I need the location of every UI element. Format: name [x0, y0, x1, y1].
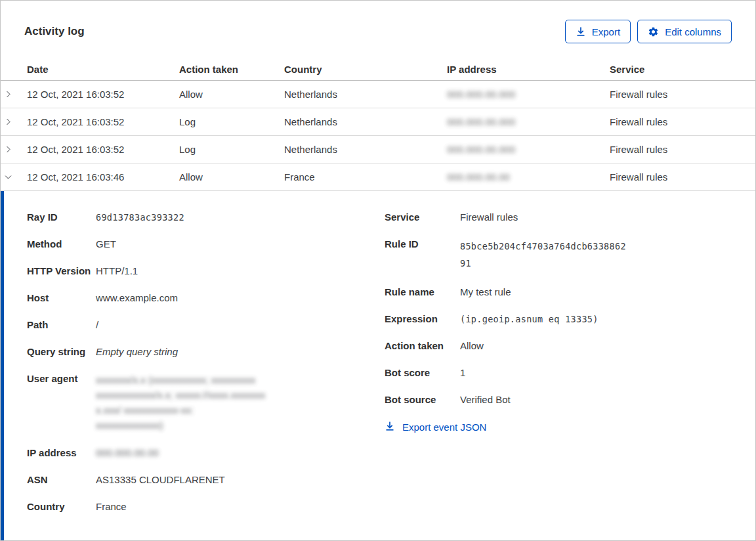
- detail-item-rule-name: Rule name My test rule: [385, 286, 732, 299]
- detail-item-query-string: Query string Empty query string: [27, 345, 385, 358]
- detail-value: France: [96, 500, 127, 513]
- detail-value: 69d13783ac393322: [96, 211, 184, 224]
- column-header-date: Date: [24, 64, 177, 75]
- detail-value: GET: [96, 238, 116, 251]
- gear-icon: [648, 26, 659, 37]
- detail-item-action-taken: Action taken Allow: [385, 339, 732, 353]
- topbar-actions: Export Edit columns: [565, 20, 732, 43]
- detail-item-http-version: HTTP Version HTTP/1.1: [27, 265, 385, 278]
- detail-item-bot-source: Bot source Verified Bot: [385, 393, 732, 406]
- detail-value-redacted: xxxxxxx/x.x (xxxxxxxxxxx; xxxxxxxxx xxxx…: [96, 372, 265, 433]
- detail-value: My test rule: [460, 286, 511, 299]
- detail-item-ray-id: Ray ID 69d13783ac393322: [27, 211, 385, 224]
- export-event-json-link[interactable]: Export event JSON: [385, 421, 486, 433]
- detail-label: ASN: [27, 473, 96, 487]
- topbar: Activity log Export Edit columns: [1, 1, 755, 58]
- expand-row-button[interactable]: [1, 144, 24, 154]
- detail-label: Rule name: [385, 286, 460, 299]
- detail-value: 85bce5b204cf4703a764dcb633886291: [460, 238, 629, 272]
- detail-label: IP address: [27, 446, 96, 460]
- column-header-ip-address: IP address: [444, 64, 607, 75]
- expand-row-button[interactable]: [1, 89, 24, 99]
- chevron-right-icon: [3, 144, 13, 154]
- detail-label: Method: [27, 238, 96, 251]
- detail-label: Path: [27, 318, 96, 332]
- detail-label: User agent: [27, 372, 96, 433]
- download-icon: [385, 421, 395, 433]
- column-header-country: Country: [282, 64, 444, 75]
- detail-value: Allow: [460, 339, 484, 353]
- detail-label: Service: [385, 211, 460, 224]
- detail-label: HTTP Version: [27, 265, 96, 278]
- event-detail-panel: Ray ID 69d13783ac393322 Method GET HTTP …: [1, 191, 755, 540]
- cell-action-taken: Allow: [177, 89, 282, 100]
- edit-columns-button-label: Edit columns: [665, 26, 721, 37]
- download-icon: [576, 26, 586, 37]
- edit-columns-button[interactable]: Edit columns: [637, 20, 732, 43]
- detail-label: Rule ID: [385, 238, 460, 272]
- table-row[interactable]: 12 Oct, 2021 16:03:52 Log Netherlands 00…: [1, 108, 755, 136]
- cell-country: Netherlands: [282, 89, 444, 100]
- table-row[interactable]: 12 Oct, 2021 16:03:52 Log Netherlands 00…: [1, 136, 755, 163]
- cell-service: Firewall rules: [607, 144, 755, 155]
- detail-item-rule-id: Rule ID 85bce5b204cf4703a764dcb633886291: [385, 238, 732, 272]
- detail-item-host: Host www.example.com: [27, 292, 385, 305]
- detail-label: Action taken: [385, 339, 460, 353]
- activity-log-panel: Activity log Export Edit columns: [0, 0, 756, 541]
- table-header: Date Action taken Country IP address Ser…: [1, 58, 755, 81]
- detail-item-service: Service Firewall rules: [385, 211, 732, 224]
- detail-label: Ray ID: [27, 211, 96, 224]
- cell-date: 12 Oct, 2021 16:03:52: [24, 144, 177, 155]
- cell-country: Netherlands: [282, 116, 444, 127]
- detail-value: Empty query string: [96, 345, 178, 358]
- detail-label: Host: [27, 292, 96, 305]
- cell-service: Firewall rules: [607, 89, 755, 100]
- detail-value: 1: [460, 366, 465, 379]
- cell-ip-address-redacted: 000.000.00.00: [447, 171, 510, 183]
- detail-value: www.example.com: [96, 292, 178, 305]
- detail-item-ip-address: IP address 000.000.00.00: [27, 446, 385, 460]
- cell-ip-address-redacted: 000.000.00.000: [447, 144, 515, 155]
- export-button-label: Export: [592, 26, 620, 37]
- detail-label: Expression: [385, 313, 460, 326]
- chevron-right-icon: [3, 117, 13, 127]
- detail-value: Firewall rules: [460, 211, 518, 224]
- cell-country: Netherlands: [282, 144, 444, 155]
- detail-item-country: Country France: [27, 500, 385, 513]
- cell-ip-address-redacted: 000.000.00.000: [447, 116, 515, 127]
- table-row-expanded[interactable]: 12 Oct, 2021 16:03:46 Allow France 000.0…: [1, 163, 755, 191]
- detail-label: Query string: [27, 345, 96, 358]
- detail-item-bot-score: Bot score 1: [385, 366, 732, 379]
- cell-service: Firewall rules: [607, 171, 755, 183]
- expand-row-button[interactable]: [1, 117, 24, 127]
- export-button[interactable]: Export: [565, 20, 631, 43]
- cell-date: 12 Oct, 2021 16:03:52: [24, 89, 177, 100]
- cell-ip-address-redacted: 000.000.00.000: [447, 89, 515, 100]
- column-header-service: Service: [607, 64, 755, 75]
- detail-item-user-agent: User agent xxxxxxx/x.x (xxxxxxxxxxx; xxx…: [27, 372, 385, 433]
- detail-label: Bot score: [385, 366, 460, 379]
- column-header-action-taken: Action taken: [177, 64, 282, 75]
- detail-column-left: Ray ID 69d13783ac393322 Method GET HTTP …: [27, 211, 385, 540]
- detail-column-right: Service Firewall rules Rule ID 85bce5b20…: [385, 211, 732, 540]
- cell-date: 12 Oct, 2021 16:03:52: [24, 116, 177, 127]
- page-title: Activity log: [24, 25, 85, 38]
- cell-service: Firewall rules: [607, 116, 755, 127]
- chevron-right-icon: [3, 89, 13, 99]
- detail-item-method: Method GET: [27, 238, 385, 251]
- cell-country: France: [282, 171, 444, 183]
- detail-item-path: Path /: [27, 318, 385, 332]
- cell-action-taken: Log: [177, 144, 282, 155]
- cell-action-taken: Allow: [177, 171, 282, 183]
- collapse-row-button[interactable]: [1, 172, 24, 182]
- detail-label: Bot source: [385, 393, 460, 406]
- export-event-json-label: Export event JSON: [402, 422, 486, 433]
- table-row[interactable]: 12 Oct, 2021 16:03:52 Allow Netherlands …: [1, 81, 755, 108]
- detail-item-asn: ASN AS13335 CLOUDFLARENET: [27, 473, 385, 487]
- cell-action-taken: Log: [177, 116, 282, 127]
- detail-value: HTTP/1.1: [96, 265, 138, 278]
- detail-value: Verified Bot: [460, 393, 511, 406]
- detail-value: (ip.geoip.asnum eq 13335): [460, 313, 598, 326]
- detail-item-expression: Expression (ip.geoip.asnum eq 13335): [385, 313, 732, 326]
- detail-value-redacted: 000.000.00.00: [96, 446, 159, 460]
